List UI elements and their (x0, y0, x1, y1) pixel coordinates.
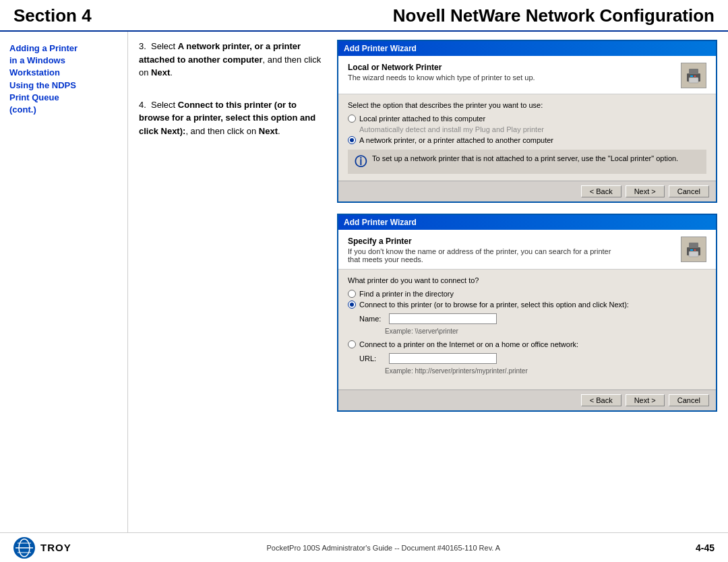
wizard1-body: Local or Network Printer The wizard need… (338, 56, 716, 201)
info-icon: ⓘ (355, 154, 367, 170)
troy-logo-svg (15, 538, 34, 557)
radio-circle-1 (348, 115, 356, 123)
wizard2-body: Specify a Printer If you don't know the … (338, 230, 716, 410)
footer-logo: TROY (13, 537, 71, 559)
name-example: Example: \\server\printer (385, 327, 706, 335)
svg-rect-6 (689, 243, 698, 248)
wizard2-top: Specify a Printer If you don't know the … (338, 230, 716, 270)
troy-logo-circle (13, 537, 35, 559)
wizard1-info-text: To set up a network printer that is not … (372, 154, 678, 164)
sidebar: Adding a Printerin a WindowsWorkstationU… (0, 32, 128, 532)
wizard1-icon (681, 63, 706, 88)
wizard2-cancel-button[interactable]: Cancel (669, 394, 709, 406)
wizards-column: Add Printer Wizard Local or Network Prin… (337, 40, 717, 524)
wizard1-content-label: Select the option that describes the pri… (348, 101, 706, 109)
wizard1-back-button[interactable]: < Back (581, 185, 621, 197)
name-input[interactable] (389, 313, 497, 324)
wizard1-subheading: The wizard needs to know which type of p… (348, 73, 681, 82)
footer-doc-text: PocketPro 100S Administrator's Guide -- … (71, 544, 696, 552)
wizard1-radio-group: Local printer attached to this computer … (348, 115, 706, 144)
svg-rect-9 (694, 249, 696, 251)
wizard1-next-button[interactable]: Next > (626, 185, 665, 197)
steps-column: 3. Select A network printer, or a printe… (139, 40, 328, 524)
wizard1-top: Local or Network Printer The wizard need… (338, 56, 716, 94)
step-3: 3. Select A network printer, or a printe… (139, 40, 322, 80)
name-field-row: Name: (359, 313, 706, 324)
step-4-text: 4. Select Connect to this printer (or to… (139, 98, 322, 138)
printer-icon-2 (684, 239, 704, 259)
svg-rect-4 (694, 75, 696, 77)
wizard2-option-1[interactable]: Find a printer in the directory (348, 290, 706, 298)
radio-circle-2 (348, 136, 356, 144)
sidebar-title: Adding a Printerin a WindowsWorkstationU… (9, 42, 118, 116)
wizard2-next-button[interactable]: Next > (626, 394, 665, 406)
page-header: Section 4 Novell NetWare Network Configu… (0, 0, 728, 32)
svg-rect-8 (690, 249, 693, 251)
wizard1-heading: Local or Network Printer (348, 63, 681, 72)
page-footer: TROY PocketPro 100S Administrator's Guid… (0, 532, 728, 562)
wizard2-buttons: < Back Next > Cancel (338, 389, 716, 410)
svg-rect-1 (689, 69, 698, 74)
footer-page-number: 4-45 (696, 542, 715, 553)
wizard2-content: What printer do you want to connect to? … (338, 270, 716, 389)
wizard1-content: Select the option that describes the pri… (338, 94, 716, 181)
wizard1-titlebar: Add Printer Wizard (338, 41, 716, 56)
wizard1-buttons: < Back Next > Cancel (338, 181, 716, 201)
wizard2-question: What printer do you want to connect to? (348, 276, 706, 284)
wizard2-subheading: If you don't know the name or address of… (348, 247, 681, 263)
wizard2-radio-group: Find a printer in the directory Connect … (348, 290, 706, 377)
svg-rect-7 (689, 251, 698, 257)
svg-rect-2 (689, 77, 698, 83)
wizard2-back-button[interactable]: < Back (581, 394, 621, 406)
body-area: 3. Select A network printer, or a printe… (128, 32, 728, 532)
troy-name: TROY (40, 542, 71, 553)
wizard1-option-1[interactable]: Local printer attached to this computer (348, 115, 706, 123)
wizard2-option-2[interactable]: Connect to this printer (or to browse fo… (348, 301, 706, 309)
wizard2-icon (681, 237, 706, 262)
name-label: Name: (359, 315, 385, 323)
printer-icon (684, 65, 704, 86)
wizard1-info-box: ⓘ To set up a network printer that is no… (348, 150, 706, 174)
wizard2-titlebar: Add Printer Wizard (338, 215, 716, 230)
wizard1-dialog: Add Printer Wizard Local or Network Prin… (337, 40, 717, 203)
wizard2-heading: Specify a Printer (348, 237, 681, 246)
url-label: URL: (359, 354, 385, 363)
radio2-circle-2 (348, 301, 356, 309)
wizard2-option-3[interactable]: Connect to a printer on the Internet or … (348, 340, 706, 348)
url-field-row: URL: (359, 353, 706, 364)
wizard1-option-2[interactable]: A network printer, or a printer attached… (348, 136, 706, 144)
step-3-text: 3. Select A network printer, or a printe… (139, 40, 322, 80)
wizard1-cancel-button[interactable]: Cancel (669, 185, 709, 197)
radio2-circle-3 (348, 340, 356, 348)
wizard1-option-1b: Automatically detect and install my Plug… (359, 125, 706, 133)
wizard2-heading-area: Specify a Printer If you don't know the … (348, 237, 681, 263)
main-content: Adding a Printerin a WindowsWorkstationU… (0, 32, 728, 532)
wizard1-heading-area: Local or Network Printer The wizard need… (348, 63, 681, 82)
page-title: Novell NetWare Network Configuration (92, 5, 715, 26)
url-example: Example: http://server/printers/myprinte… (385, 367, 706, 375)
radio2-circle-1 (348, 290, 356, 298)
section-label: Section 4 (13, 5, 92, 26)
step-4: 4. Select Connect to this printer (or to… (139, 98, 322, 138)
wizard2-dialog: Add Printer Wizard Specify a Printer If … (337, 214, 717, 412)
url-input[interactable] (389, 353, 497, 364)
svg-rect-3 (690, 75, 693, 77)
